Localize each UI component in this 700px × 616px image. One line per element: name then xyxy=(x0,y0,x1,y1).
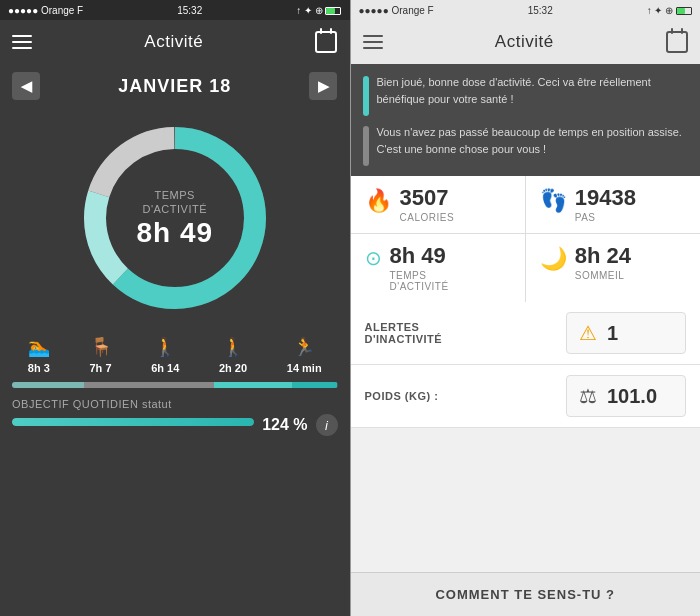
comment-btn-text: COMMENT TE SENS-TU ? xyxy=(435,587,615,602)
alertes-label: ALERTES D'INACTIVITÉ xyxy=(365,321,567,345)
donut-label-line1: TEMPS xyxy=(136,188,213,202)
progress-bar-fill xyxy=(12,418,254,426)
left-carrier: ●●●●● Orange F xyxy=(8,5,83,16)
poids-value-box[interactable]: ⚖ 101.0 xyxy=(566,375,686,417)
prev-date-button[interactable]: ◀ xyxy=(12,72,40,100)
run-time: 14 min xyxy=(287,362,322,374)
calories-value: 3507 xyxy=(400,186,455,210)
footprint-icon: 👣 xyxy=(540,188,567,214)
info-button[interactable]: i xyxy=(316,414,338,436)
stat-activity-time: ⊙ 8h 49 TEMPS D'ACTIVITÉ xyxy=(351,234,525,302)
date-navigation: ◀ JANVIER 18 ▶ xyxy=(0,64,350,108)
message-item-2: Vous n'avez pas passé beaucoup de temps … xyxy=(363,124,689,166)
alertes-value-box[interactable]: ⚠ 1 xyxy=(566,312,686,354)
sit-icon: 🪑 xyxy=(90,336,112,358)
right-menu-icon[interactable] xyxy=(363,35,383,49)
left-nav-title: Activité xyxy=(144,32,203,52)
steps-label: PAS xyxy=(575,212,636,223)
next-date-button[interactable]: ▶ xyxy=(309,72,337,100)
walk2-icon: 🚶 xyxy=(222,336,244,358)
left-time: 15:32 xyxy=(177,5,202,16)
right-nav-bar: Activité xyxy=(351,20,701,64)
sleep-icon: 🌙 xyxy=(540,246,567,272)
msg-text-2: Vous n'avez pas passé beaucoup de temps … xyxy=(377,124,689,157)
left-panel: ●●●●● Orange F 15:32 ↑ ✦ ⊕ Activité ◀ JA… xyxy=(0,0,350,616)
comment-button[interactable]: COMMENT TE SENS-TU ? xyxy=(351,572,701,616)
activity-time-label: TEMPS D'ACTIVITÉ xyxy=(390,270,449,292)
messages-section: Bien joué, bonne dose d'activité. Ceci v… xyxy=(351,64,701,176)
walk2-time: 2h 20 xyxy=(219,362,247,374)
right-carrier: ●●●●● Orange F xyxy=(359,5,434,16)
progress-bar-track xyxy=(12,418,254,426)
progress-label-row: OBJECTIF QUOTIDIEN statut xyxy=(12,398,338,410)
walk-icon: 🚶 xyxy=(154,336,176,358)
right-calendar-icon[interactable] xyxy=(666,31,688,53)
poids-label: POIDS (KG) : xyxy=(365,390,567,402)
stat-calories: 🔥 3507 CALORIES xyxy=(351,176,525,233)
activity-time-value: 8h 49 xyxy=(390,244,449,268)
sleep-label: SOMMEIL xyxy=(575,270,631,281)
stat-sleep: 🌙 8h 24 SOMMEIL xyxy=(526,234,700,302)
donut-value: 8h 49 xyxy=(136,216,213,248)
activity-swim: 🏊 8h 3 xyxy=(28,336,50,374)
progress-section: OBJECTIF QUOTIDIEN statut 124 % i xyxy=(0,392,350,442)
left-menu-icon[interactable] xyxy=(12,35,32,49)
activity-walk: 🚶 6h 14 xyxy=(151,336,179,374)
activity-walk2: 🚶 2h 20 xyxy=(219,336,247,374)
activity-run: 🏃 14 min xyxy=(287,336,322,374)
steps-value: 19438 xyxy=(575,186,636,210)
sleep-value: 8h 24 xyxy=(575,244,631,268)
donut-chart-container: TEMPS D'ACTIVITÉ 8h 49 xyxy=(0,108,350,328)
swim-time: 8h 3 xyxy=(28,362,50,374)
message-item-1: Bien joué, bonne dose d'activité. Ceci v… xyxy=(363,74,689,116)
msg-text-1: Bien joué, bonne dose d'activité. Ceci v… xyxy=(377,74,689,107)
swim-icon: 🏊 xyxy=(28,336,50,358)
left-status-bar: ●●●●● Orange F 15:32 ↑ ✦ ⊕ xyxy=(0,0,350,20)
right-time: 15:32 xyxy=(528,5,553,16)
poids-row: POIDS (KG) : ⚖ 101.0 xyxy=(351,365,701,428)
donut-center-text: TEMPS D'ACTIVITÉ 8h 49 xyxy=(136,188,213,249)
right-panel: ●●●●● Orange F 15:32 ↑ ✦ ⊕ Activité Bien… xyxy=(351,0,701,616)
poids-value: 101.0 xyxy=(607,385,657,408)
calories-label: CALORIES xyxy=(400,212,455,223)
activity-time-icon: ⊙ xyxy=(365,246,382,270)
msg-indicator-gray xyxy=(363,126,369,166)
left-nav-bar: Activité xyxy=(0,20,350,64)
left-calendar-icon[interactable] xyxy=(315,31,337,53)
walk-time: 6h 14 xyxy=(151,362,179,374)
activity-bars: 🏊 8h 3 🪑 7h 7 🚶 6h 14 🚶 2h 20 🏃 14 min xyxy=(0,328,350,378)
scale-icon: ⚖ xyxy=(579,384,597,408)
progress-percent: 124 % xyxy=(262,416,307,434)
warning-icon: ⚠ xyxy=(579,321,597,345)
progress-label: OBJECTIF QUOTIDIEN statut xyxy=(12,398,172,410)
right-nav-title: Activité xyxy=(495,32,554,52)
activity-color-bar xyxy=(12,382,338,388)
stat-steps: 👣 19438 PAS xyxy=(526,176,700,233)
left-status-icons: ↑ ✦ ⊕ xyxy=(296,5,341,16)
alertes-row: ALERTES D'INACTIVITÉ ⚠ 1 xyxy=(351,302,701,365)
donut-chart: TEMPS D'ACTIVITÉ 8h 49 xyxy=(75,118,275,318)
donut-label-line2: D'ACTIVITÉ xyxy=(136,202,213,216)
msg-indicator-teal xyxy=(363,76,369,116)
run-icon: 🏃 xyxy=(293,336,315,358)
alertes-value: 1 xyxy=(607,322,618,345)
activity-sit: 🪑 7h 7 xyxy=(90,336,112,374)
fire-icon: 🔥 xyxy=(365,188,392,214)
sit-time: 7h 7 xyxy=(90,362,112,374)
right-status-bar: ●●●●● Orange F 15:32 ↑ ✦ ⊕ xyxy=(351,0,701,20)
stats-grid: 🔥 3507 CALORIES 👣 19438 PAS ⊙ 8h 49 TEMP… xyxy=(351,176,701,302)
date-label: JANVIER 18 xyxy=(118,76,231,97)
right-status-icons: ↑ ✦ ⊕ xyxy=(647,5,692,16)
